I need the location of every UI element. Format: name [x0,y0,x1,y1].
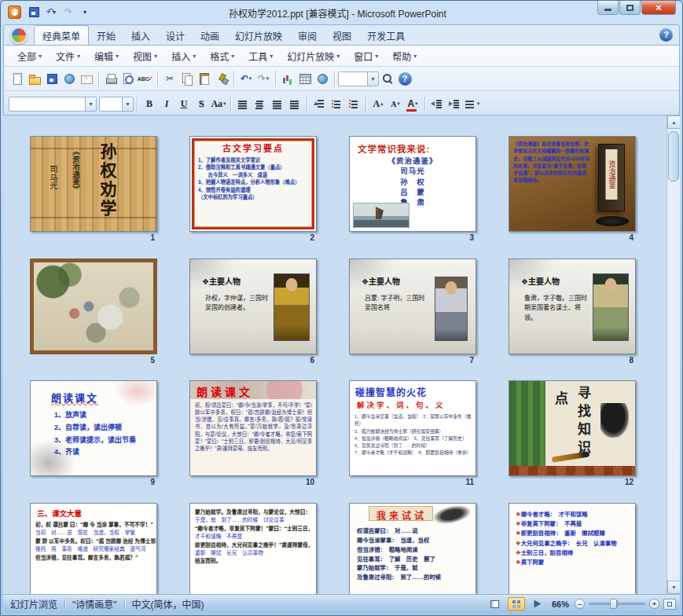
menu-tools[interactable]: 工具▾ [241,47,280,65]
insert-chart-button[interactable] [279,69,296,88]
open-button[interactable] [26,69,43,88]
undo-button[interactable]: ↶▾ [43,5,59,19]
paste-button[interactable] [196,69,213,88]
print-button[interactable] [102,69,119,88]
help-icon[interactable]: ? [659,28,673,42]
format-painter-button[interactable] [213,69,230,88]
save-button[interactable] [43,69,61,88]
cut-button[interactable]: ✂ [161,69,178,88]
tab-design[interactable]: 设计 [158,26,193,45]
chevron-down-icon[interactable]: ▾ [85,97,96,111]
menu-format[interactable]: 格式▾ [203,47,241,65]
zoom-level[interactable]: 66% [550,600,571,609]
slide-sorter-view-button[interactable] [508,597,525,610]
save-button[interactable] [26,5,42,19]
vertical-scrollbar[interactable]: ▲ ▼ [666,116,680,594]
menu-all[interactable]: 全部▾ [10,47,49,65]
redo-button[interactable]: ↷ [61,5,76,19]
zoom-slider-thumb[interactable] [610,599,617,609]
maximize-button[interactable] [619,1,641,15]
scroll-down-button[interactable]: ▼ [667,581,680,594]
chevron-down-icon[interactable]: ▾ [367,72,378,86]
slide-thumbnail-7[interactable]: ❖主要人物 吕蒙: 字子明，三国时吴国名将 [349,258,476,354]
bullets-button[interactable] [345,94,362,113]
align-center-button[interactable] [252,94,269,113]
scrollbar-thumb[interactable] [668,131,679,182]
font-size-combo[interactable]: ▾ [99,97,134,112]
slide-thumbnail-15[interactable]: 我来试试 权谓吕蒙曰： 对……说 卿今当涂掌事： 当道，当权 但当涉猎： 粗略地… [349,503,476,594]
menu-window[interactable]: 窗口▾ [347,47,385,65]
minimize-button[interactable] [597,1,619,15]
zoom-button[interactable] [379,69,396,88]
font-name-combo[interactable]: ▾ [9,97,97,112]
numbering-button[interactable] [328,94,345,113]
slide-thumbnail-10[interactable]: 朗读课文 初，权/谓吕蒙曰：“卿/今/当涂/掌事，不可/不学！”蒙/辞以军中多务… [189,380,317,476]
scroll-up-button[interactable]: ▲ [667,116,680,129]
language-indicator[interactable]: 中文(简体，中国) [125,597,211,610]
font-color-button[interactable]: A▾ [404,94,421,113]
tab-slideshow[interactable]: 幻灯片放映 [227,26,290,45]
tab-home[interactable]: 开始 [89,26,123,45]
slide-thumbnail-5[interactable] [30,258,157,354]
slide-thumbnail-11[interactable]: 碰撞智慧的火花 解决字、词、句、义 1、卿今当涂掌事（当道，当权） 2、蒙辞以军… [349,380,476,476]
redo-button[interactable]: ↷▾ [255,69,272,88]
line-spacing-button[interactable] [310,94,328,113]
zoom-out-button[interactable]: – [575,599,585,609]
menu-help[interactable]: 帮助▾ [385,47,424,65]
tab-review[interactable]: 审阅 [290,26,325,45]
toolbar-help-button[interactable]: ? [396,69,413,88]
bold-button[interactable]: B [141,94,158,113]
increase-indent-button[interactable] [446,94,463,113]
fit-to-window-button[interactable] [663,599,676,610]
justify-button[interactable] [286,94,303,113]
slide-thumbnail-1[interactable]: 司马光 《资治通鉴》 孙权劝学 [30,136,157,232]
email-button[interactable] [78,69,95,88]
menu-file[interactable]: 文件▾ [49,47,87,65]
tab-developer[interactable]: 开发工具 [359,26,413,45]
shadow-button[interactable]: S [193,94,210,113]
office-button[interactable] [10,27,28,44]
slide-thumbnail-14[interactable]: 蒙乃始就学。及鲁肃过寻阳，与蒙论议，大惊曰： 于是，就 到了……的时候 讨论议事… [189,503,317,594]
chevron-down-icon[interactable]: ▾ [122,97,133,111]
slide-thumbnail-9[interactable]: 朗读课文 1、放声读 2、自荐读，读出停顿 3、老师读提示，读出节奏 4、齐读 [30,380,157,476]
slide-thumbnail-2[interactable]: 古文学习要点 1、了解作者及相关文学常识 2、借助注释和工具书疏通文意（重点） … [189,136,317,232]
slide-thumbnail-12[interactable]: 点 寻找知识 [509,380,636,476]
new-button[interactable] [9,69,26,88]
slideshow-view-button[interactable] [529,597,546,610]
shrink-font-button[interactable]: A▾ [387,94,404,113]
publish-web-button[interactable] [61,69,78,88]
zoom-in-button[interactable]: + [649,599,659,609]
qat-customize-button[interactable]: ▾ [78,5,94,19]
slide-thumbnail-13[interactable]: 三、课文大意 初，权 谓吕蒙 曰：“卿 今 当涂 掌事，不可不学！” 当初 对…… [30,503,157,594]
menu-insert[interactable]: 插入▾ [164,47,203,65]
slide-thumbnail-16[interactable]: ❖卿今者才略： 才干和谋略 ❖非复吴下阿蒙： 不再是 ❖即更刮目相待： 重新 擦… [509,503,636,594]
zoom-slider[interactable] [589,603,645,605]
slide-thumbnail-6[interactable]: ❖主要人物 孙权，字仲谋，三国时吴国的创建者。 [189,258,317,354]
insert-table-button[interactable] [296,69,314,88]
tab-view[interactable]: 视图 [325,26,359,45]
italic-button[interactable]: I [158,94,175,113]
zoom-combo[interactable]: ▾ [338,72,379,86]
tab-animations[interactable]: 动画 [193,26,227,45]
close-button[interactable]: × [641,1,676,15]
menu-edit[interactable]: 编辑▾ [87,47,126,65]
text-direction-button[interactable]: ▾ [463,94,480,113]
print-preview-button[interactable] [119,69,137,88]
underline-button[interactable]: U [175,94,193,113]
change-case-button[interactable]: Aa▾ [210,94,227,113]
grow-font-button[interactable]: A▴ [369,94,387,113]
menu-slideshow[interactable]: 幻灯片放映▾ [280,47,347,65]
decrease-indent-button[interactable] [428,94,446,113]
normal-view-button[interactable] [487,597,504,610]
slide-thumbnail-4[interactable]: 《资治通鉴》是北宋著名政治家、史学家司马光主持编纂的一部编年体通史，记载了从战国… [509,136,636,232]
copy-button[interactable] [178,69,196,88]
insert-hyperlink-button[interactable] [314,69,331,88]
undo-button[interactable]: ↶▾ [237,69,255,88]
menu-view[interactable]: 视图▾ [126,47,164,65]
slide-thumbnail-3[interactable]: 文学常识我来说: 《资治通鉴》 司马光 孙 权 吕 蒙 鲁 肃 [349,136,476,232]
tab-insert[interactable]: 插入 [123,26,158,45]
tab-classic-menu[interactable]: 经典菜单 [34,25,89,45]
align-left-button[interactable] [234,94,252,113]
slide-thumbnail-8[interactable]: ❖主要人物 鲁肃，字子敬。三国时期吴国著名谋士、将领。 [509,258,636,354]
spelling-button[interactable]: ABC✓ [137,69,154,88]
